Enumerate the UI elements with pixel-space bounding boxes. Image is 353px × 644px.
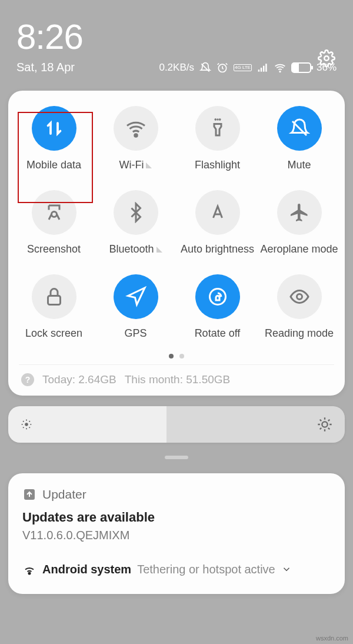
eye-icon	[277, 274, 322, 319]
settings-button[interactable]	[318, 49, 335, 69]
notif-title: Updates are available	[22, 510, 331, 525]
toggle-gps[interactable]: GPS	[95, 265, 176, 349]
hotspot-icon	[22, 562, 36, 576]
toggle-label: Mute	[287, 159, 311, 171]
wifi-status-icon	[274, 62, 286, 74]
toggle-bluetooth[interactable]: Bluetooth	[95, 181, 176, 265]
svg-point-3	[134, 134, 137, 137]
toggle-label: Lock screen	[25, 327, 82, 340]
toggle-flashlight[interactable]: Flashlight	[176, 97, 258, 181]
wifi-icon	[114, 106, 158, 151]
dnd-icon	[199, 62, 211, 74]
toggle-lock-screen[interactable]: Lock screen	[13, 265, 95, 349]
notif-system-row[interactable]: Android system Tethering or hotspot acti…	[22, 562, 331, 576]
svg-point-11	[30, 424, 31, 425]
chevron-down-icon	[156, 247, 162, 253]
toggle-label: Mobile data	[26, 159, 81, 171]
svg-rect-4	[48, 296, 60, 305]
mobile-data-icon	[32, 106, 76, 151]
svg-point-10	[22, 424, 23, 425]
signal-icon	[257, 62, 269, 74]
battery-icon	[291, 62, 311, 73]
bluetooth-icon	[114, 190, 158, 235]
net-speed: 0.2KB/s	[159, 62, 194, 74]
notif-app-row: Updater	[22, 487, 331, 502]
toggle-label: Wi-Fi	[119, 159, 152, 171]
screenshot-icon	[32, 190, 76, 235]
toggle-reading-mode[interactable]: Reading mode	[258, 265, 340, 349]
updater-app-icon	[22, 487, 36, 502]
chevron-down-icon	[146, 162, 152, 168]
mute-icon	[277, 106, 322, 151]
flashlight-icon	[195, 106, 240, 151]
aeroplane-icon	[277, 190, 322, 235]
toggle-label: Aeroplane mode	[260, 243, 338, 255]
svg-point-6	[297, 294, 302, 300]
toggle-aeroplane[interactable]: Aeroplane mode	[258, 181, 340, 265]
watermark: wsxdn.com	[316, 635, 348, 642]
svg-point-18	[29, 573, 31, 575]
brightness-slider[interactable]	[8, 406, 345, 443]
brightness-low-icon	[20, 418, 33, 431]
toggle-label: Reading mode	[265, 327, 334, 340]
chevron-down-icon	[281, 564, 292, 575]
data-usage-row[interactable]: ? Today: 2.64GB This month: 51.50GB	[19, 364, 334, 386]
svg-point-14	[23, 427, 24, 428]
lock-icon	[32, 274, 76, 319]
brightness-high-icon	[317, 416, 333, 433]
toggle-rotate-off[interactable]: Rotate off	[176, 265, 258, 349]
auto-brightness-icon	[195, 190, 240, 235]
toggle-label: Flashlight	[195, 159, 240, 171]
pager-dot-1	[169, 354, 174, 358]
svg-point-15	[29, 427, 30, 428]
svg-point-7	[25, 423, 28, 426]
svg-point-12	[23, 421, 24, 422]
date: Sat, 18 Apr	[16, 61, 75, 74]
toggle-label: Auto brightness	[181, 243, 254, 255]
toggle-label: GPS	[124, 327, 146, 340]
toggle-label: Screenshot	[27, 243, 81, 255]
lte-icon: 4G LTE	[234, 64, 252, 71]
toggle-label: Bluetooth	[109, 243, 162, 255]
svg-point-8	[26, 420, 27, 421]
svg-point-9	[26, 428, 27, 429]
gps-icon	[114, 274, 158, 319]
usage-today: Today: 2.64GB	[42, 373, 116, 386]
usage-month: This month: 51.50GB	[125, 373, 231, 386]
toggle-grid: Mobile data Wi-Fi Flashlight Mute Screen	[8, 97, 345, 349]
notif-system-app: Android system	[42, 563, 131, 576]
svg-point-2	[279, 71, 281, 72]
notif-body: V11.0.6.0.QEJMIXM	[22, 529, 331, 542]
status-icons: 0.2KB/s 4G LTE 36%	[159, 62, 337, 74]
toggle-auto-brightness[interactable]: Auto brightness	[176, 181, 258, 265]
notif-app-name: Updater	[42, 487, 86, 502]
alarm-icon	[217, 62, 228, 74]
toggle-screenshot[interactable]: Screenshot	[13, 181, 95, 265]
quick-settings-panel: Mobile data Wi-Fi Flashlight Mute Screen	[8, 91, 345, 396]
toggle-mobile-data[interactable]: Mobile data	[13, 97, 95, 181]
svg-point-16	[322, 421, 327, 427]
pager-dot-2	[179, 354, 184, 358]
clock: 8:26	[16, 16, 337, 57]
page-indicator	[8, 354, 345, 358]
toggle-mute[interactable]: Mute	[258, 97, 340, 181]
svg-point-0	[324, 56, 329, 61]
rotate-lock-icon	[195, 274, 240, 319]
notif-system-msg: Tethering or hotspot active	[137, 563, 275, 576]
help-icon: ?	[21, 373, 34, 386]
drag-handle[interactable]	[165, 456, 188, 459]
toggle-label: Rotate off	[195, 327, 241, 340]
status-header: 8:26 Sat, 18 Apr 0.2KB/s 4G LTE 36%	[0, 0, 353, 80]
svg-point-13	[29, 421, 30, 422]
notification-card[interactable]: Updater Updates are available V11.0.6.0.…	[8, 473, 345, 594]
toggle-wifi[interactable]: Wi-Fi	[95, 97, 176, 181]
